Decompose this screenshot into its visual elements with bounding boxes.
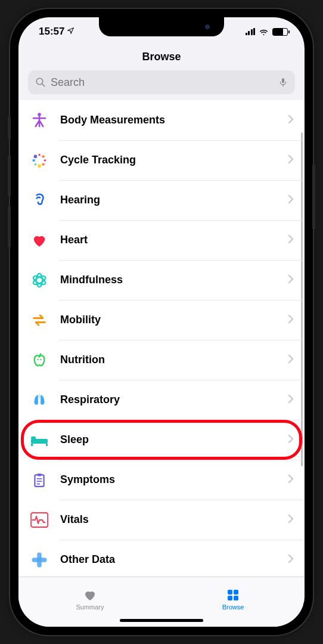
category-label: Vitals: [60, 513, 288, 526]
heart-icon: [82, 588, 98, 602]
page-title: Browse: [18, 46, 305, 70]
svg-line-1: [42, 83, 45, 86]
wifi-icon: [259, 27, 269, 37]
svg-rect-24: [35, 475, 44, 487]
search-input[interactable]: [51, 76, 274, 89]
screen: 15:57 Browse Body Measurement: [18, 17, 305, 627]
vitals-icon: [29, 510, 49, 530]
category-label: Hearing: [60, 194, 288, 206]
category-label: Sleep: [60, 434, 288, 446]
search-field[interactable]: [28, 70, 295, 94]
svg-rect-35: [234, 596, 238, 600]
notch: [99, 17, 224, 36]
body-icon: [29, 110, 49, 131]
category-row-cycle-tracking[interactable]: Cycle Tracking: [18, 140, 305, 180]
svg-rect-33: [234, 590, 238, 595]
category-label: Mindfulness: [60, 274, 288, 286]
category-row-mobility[interactable]: Mobility: [18, 300, 305, 340]
plus-icon: [29, 550, 49, 570]
tab-label: Summary: [76, 603, 104, 611]
home-indicator[interactable]: [120, 619, 203, 622]
svg-rect-20: [31, 439, 48, 444]
apple-icon: [29, 350, 49, 370]
svg-point-19: [40, 358, 41, 360]
heart-icon: [29, 230, 49, 250]
svg-point-6: [38, 164, 41, 168]
svg-rect-34: [228, 596, 232, 600]
category-label: Symptoms: [60, 473, 288, 486]
category-row-heart[interactable]: Heart: [18, 220, 305, 260]
category-label: Body Measurements: [60, 114, 288, 126]
category-row-other-data[interactable]: Other Data: [18, 540, 305, 577]
svg-point-15: [36, 273, 42, 287]
svg-point-4: [44, 159, 46, 161]
svg-point-10: [38, 154, 40, 156]
cycle-icon: [29, 150, 49, 171]
category-label: Nutrition: [60, 354, 288, 366]
svg-point-18: [38, 358, 39, 360]
mobility-icon: [29, 310, 49, 330]
mindfulness-icon: [29, 270, 49, 290]
svg-point-11: [42, 155, 44, 157]
search-icon: [35, 77, 46, 88]
ear-icon: [29, 190, 49, 210]
svg-rect-32: [228, 590, 232, 595]
svg-point-8: [32, 159, 35, 161]
category-row-mindfulness[interactable]: Mindfulness: [18, 260, 305, 300]
lungs-icon: [29, 390, 49, 410]
microphone-icon[interactable]: [278, 76, 288, 88]
chevron-right-icon: [288, 274, 294, 286]
category-label: Heart: [60, 234, 288, 246]
status-time: 15:57: [39, 26, 64, 38]
chevron-right-icon: [288, 314, 294, 326]
grid-icon: [225, 588, 241, 602]
chevron-right-icon: [288, 194, 294, 206]
svg-rect-21: [31, 436, 36, 439]
category-label: Other Data: [60, 553, 288, 566]
svg-point-7: [35, 163, 36, 165]
category-label: Mobility: [60, 314, 288, 326]
svg-rect-25: [38, 473, 42, 476]
svg-rect-22: [31, 444, 33, 446]
category-row-vitals[interactable]: Vitals: [18, 500, 305, 540]
svg-rect-31: [32, 558, 47, 562]
tab-browse[interactable]: Browse: [162, 577, 305, 621]
category-row-nutrition[interactable]: Nutrition: [18, 340, 305, 380]
chevron-right-icon: [288, 554, 294, 566]
svg-rect-23: [46, 444, 48, 446]
chevron-right-icon: [288, 354, 294, 366]
category-row-symptoms[interactable]: Symptoms: [18, 460, 305, 500]
category-row-body-measurements[interactable]: Body Measurements: [18, 100, 305, 140]
svg-point-5: [42, 163, 44, 165]
chevron-right-icon: [288, 514, 294, 526]
battery-icon: [272, 28, 288, 36]
category-row-hearing[interactable]: Hearing: [18, 180, 305, 220]
chevron-right-icon: [288, 434, 294, 446]
tab-label: Browse: [222, 603, 244, 611]
svg-point-9: [34, 154, 38, 158]
category-label: Cycle Tracking: [60, 154, 288, 166]
chevron-right-icon: [288, 114, 294, 126]
svg-rect-2: [282, 78, 284, 83]
tab-bar: Summary Browse: [18, 577, 305, 627]
tab-summary[interactable]: Summary: [18, 577, 162, 621]
category-row-respiratory[interactable]: Respiratory: [18, 380, 305, 420]
category-list[interactable]: Body MeasurementsCycle TrackingHearingHe…: [18, 100, 305, 577]
location-icon: [67, 27, 74, 36]
device-frame: 15:57 Browse Body Measurement: [10, 9, 313, 635]
category-label: Respiratory: [60, 394, 288, 406]
chevron-right-icon: [288, 474, 294, 486]
cell-signal-icon: [246, 28, 256, 35]
chevron-right-icon: [288, 394, 294, 406]
chevron-right-icon: [288, 234, 294, 246]
clipboard-icon: [29, 470, 49, 490]
chevron-right-icon: [288, 154, 294, 166]
category-row-sleep[interactable]: Sleep: [18, 420, 305, 460]
bed-icon: [29, 430, 49, 450]
